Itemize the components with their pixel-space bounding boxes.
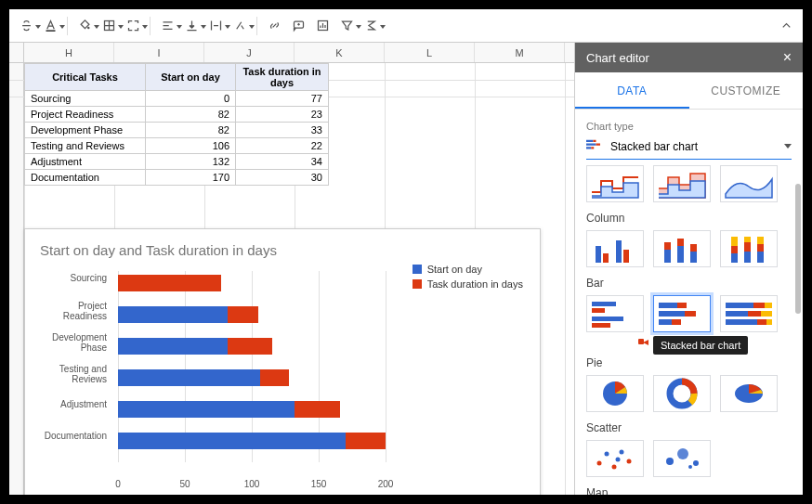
- sheet-area[interactable]: H I J K L M: [9, 43, 574, 495]
- table-row[interactable]: Development Phase8233: [25, 123, 329, 138]
- chart-thumb-column-100[interactable]: [720, 230, 778, 267]
- svg-rect-44: [748, 311, 761, 317]
- svg-rect-35: [677, 303, 687, 308]
- chart-type-select[interactable]: Stacked bar chart: [586, 136, 792, 160]
- chart-thumb-bar-stacked[interactable]: [653, 295, 711, 332]
- svg-rect-30: [592, 302, 616, 306]
- svg-rect-12: [603, 253, 609, 263]
- svg-rect-11: [596, 246, 601, 263]
- fill-color-button[interactable]: [73, 15, 96, 37]
- col-header[interactable]: H: [24, 43, 114, 62]
- svg-point-53: [605, 452, 609, 457]
- link-button[interactable]: [263, 15, 285, 37]
- sidebar-header: Chart editor ×: [575, 43, 803, 72]
- merge-button[interactable]: [122, 15, 144, 37]
- svg-point-56: [627, 459, 632, 464]
- table-header[interactable]: Task duration in days: [236, 64, 329, 91]
- tooltip-stacked-bar: Stacked bar chart: [653, 336, 748, 355]
- chart-thumb-area-smooth[interactable]: [720, 165, 778, 202]
- chart-thumb-donut[interactable]: [653, 375, 711, 412]
- data-table[interactable]: Critical Tasks Start on day Task duratio…: [24, 63, 329, 186]
- svg-rect-0: [46, 31, 55, 32]
- chart-thumb-bar-100[interactable]: [720, 295, 778, 332]
- table-row[interactable]: Sourcing077: [25, 91, 329, 107]
- legend-label: Task duration in days: [427, 278, 523, 290]
- filter-button[interactable]: [335, 15, 358, 37]
- chart-thumb-area-stack-step[interactable]: [653, 165, 711, 202]
- svg-rect-41: [753, 303, 765, 308]
- chart-plot: [118, 271, 386, 462]
- svg-rect-28: [757, 237, 764, 244]
- chart-thumb-bar[interactable]: [586, 295, 644, 332]
- tab-customize[interactable]: CUSTOMIZE: [689, 72, 804, 109]
- category-column: Column: [586, 212, 792, 225]
- svg-rect-20: [690, 244, 697, 252]
- category-bar: Bar: [586, 277, 792, 290]
- svg-rect-13: [616, 240, 622, 263]
- table-row[interactable]: Project Readiness8223: [25, 107, 329, 123]
- col-header[interactable]: M: [475, 43, 565, 62]
- scrollbar[interactable]: [795, 119, 801, 485]
- svg-rect-8: [596, 144, 601, 146]
- svg-rect-31: [592, 308, 605, 313]
- valign-button[interactable]: [180, 15, 203, 37]
- table-row[interactable]: Documentation17030: [25, 170, 329, 186]
- svg-rect-9: [586, 147, 591, 149]
- table-header[interactable]: Critical Tasks: [25, 64, 146, 91]
- rotate-button[interactable]: [229, 15, 251, 37]
- halign-button[interactable]: [156, 15, 178, 37]
- svg-rect-45: [761, 311, 772, 317]
- svg-rect-32: [592, 317, 623, 321]
- chart-type-value: Stacked bar chart: [610, 140, 698, 153]
- svg-rect-48: [766, 319, 772, 325]
- toolbar: [9, 9, 803, 43]
- functions-button[interactable]: [360, 15, 382, 37]
- close-icon[interactable]: ×: [783, 49, 792, 66]
- col-header[interactable]: I: [114, 43, 204, 62]
- collapse-toolbar-button[interactable]: [775, 15, 797, 37]
- sidebar-title: Chart editor: [586, 51, 649, 65]
- insert-chart-button[interactable]: [311, 15, 334, 37]
- svg-rect-14: [623, 250, 629, 263]
- svg-point-57: [616, 458, 621, 462]
- stacked-bar-icon: [586, 139, 603, 153]
- comment-button[interactable]: [287, 15, 309, 37]
- strikethrough-button[interactable]: [15, 15, 37, 37]
- embedded-chart[interactable]: Start on day and Task duration in days S…: [24, 228, 541, 495]
- main-area: H I J K L M: [9, 43, 803, 495]
- chart-legend: Start on day Task duration in days: [413, 264, 523, 293]
- chart-editor-sidebar: Chart editor × DATA CUSTOMIZE Chart type…: [574, 43, 803, 495]
- borders-button[interactable]: [98, 15, 120, 37]
- svg-rect-6: [594, 140, 596, 142]
- chart-thumb-column[interactable]: [586, 230, 644, 267]
- svg-point-54: [612, 465, 617, 470]
- svg-rect-38: [659, 319, 672, 325]
- chart-thumb-area-step[interactable]: [586, 165, 644, 202]
- text-color-button[interactable]: [39, 15, 61, 37]
- chart-thumb-pie-3d[interactable]: [720, 375, 778, 412]
- svg-rect-5: [586, 140, 594, 142]
- table-header[interactable]: Start on day: [146, 64, 236, 91]
- col-header[interactable]: L: [385, 43, 475, 62]
- chart-thumb-pie[interactable]: [586, 375, 644, 412]
- legend-label: Start on day: [427, 264, 482, 275]
- svg-rect-25: [744, 237, 751, 242]
- chart-thumb-column-stacked[interactable]: [653, 230, 711, 267]
- wrap-button[interactable]: [204, 15, 227, 37]
- col-header[interactable]: K: [295, 43, 385, 62]
- svg-point-61: [688, 465, 692, 469]
- sidebar-body: Chart type Stacked bar chart Column: [575, 110, 803, 495]
- chart-thumb-scatter[interactable]: [586, 440, 644, 477]
- tab-data[interactable]: DATA: [575, 72, 689, 109]
- category-pie: Pie: [586, 356, 792, 369]
- table-row[interactable]: Testing and Reviews10622: [25, 138, 329, 154]
- table-row[interactable]: Adjustment13234: [25, 154, 329, 170]
- chart-title: Start on day and Task duration in days: [25, 229, 540, 264]
- col-header[interactable]: J: [204, 43, 295, 62]
- svg-rect-39: [672, 319, 681, 325]
- svg-rect-7: [586, 144, 596, 146]
- chart-thumb-bubble[interactable]: [653, 440, 711, 477]
- svg-rect-22: [731, 237, 738, 246]
- svg-rect-15: [664, 250, 671, 263]
- chart-type-label: Chart type: [586, 121, 792, 132]
